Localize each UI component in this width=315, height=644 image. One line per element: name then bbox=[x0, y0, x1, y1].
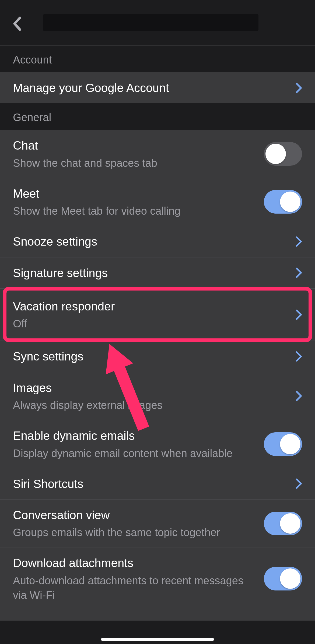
row-title: Download attachments bbox=[13, 555, 253, 571]
chat-row[interactable]: Chat Show the chat and spaces tab bbox=[0, 130, 315, 178]
chevron-right-icon bbox=[296, 478, 302, 489]
siri-shortcuts-row[interactable]: Siri Shortcuts bbox=[0, 468, 315, 499]
download-attachments-row[interactable]: Download attachments Auto-download attac… bbox=[0, 547, 315, 610]
conversation-view-row[interactable]: Conversation view Groups emails with the… bbox=[0, 499, 315, 547]
row-subtitle: Show the Meet tab for video calling bbox=[13, 204, 253, 218]
row-subtitle: Off bbox=[13, 316, 285, 331]
row-title: Conversation view bbox=[13, 507, 253, 523]
meet-toggle[interactable] bbox=[264, 190, 302, 214]
conversation-view-toggle[interactable] bbox=[264, 512, 302, 535]
download-attachments-toggle[interactable] bbox=[264, 567, 302, 590]
dynamic-emails-toggle[interactable] bbox=[264, 432, 302, 456]
chevron-right-icon bbox=[296, 309, 302, 320]
row-subtitle: Always display external images bbox=[13, 398, 285, 412]
row-title: Vacation responder bbox=[13, 298, 285, 314]
row-title: Siri Shortcuts bbox=[13, 476, 285, 492]
chevron-right-icon bbox=[296, 83, 302, 93]
sync-settings-row[interactable]: Sync settings bbox=[0, 341, 315, 372]
header-title-redacted bbox=[43, 14, 258, 31]
row-title: Manage your Google Account bbox=[13, 80, 285, 96]
home-indicator bbox=[101, 638, 214, 641]
snooze-settings-row[interactable]: Snooze settings bbox=[0, 226, 315, 257]
chevron-right-icon bbox=[296, 267, 302, 278]
row-subtitle: Show the chat and spaces tab bbox=[13, 156, 253, 170]
section-header-account: Account bbox=[0, 46, 315, 72]
chevron-left-icon bbox=[11, 16, 24, 31]
row-title: Images bbox=[13, 380, 285, 396]
row-subtitle: Display dynamic email content when avail… bbox=[13, 446, 253, 461]
chevron-right-icon bbox=[296, 236, 302, 247]
row-title: Sync settings bbox=[13, 348, 285, 364]
row-title: Meet bbox=[13, 186, 253, 201]
chat-toggle[interactable] bbox=[264, 142, 302, 166]
section-header-general: General bbox=[0, 103, 315, 130]
cutoff-row bbox=[0, 610, 315, 621]
row-title: Snooze settings bbox=[13, 233, 285, 249]
manage-google-account-row[interactable]: Manage your Google Account bbox=[0, 72, 315, 103]
row-title: Enable dynamic emails bbox=[13, 428, 253, 444]
meet-row[interactable]: Meet Show the Meet tab for video calling bbox=[0, 178, 315, 226]
row-subtitle: Groups emails with the same topic togeth… bbox=[13, 525, 253, 540]
back-button[interactable] bbox=[11, 16, 24, 32]
row-title: Signature settings bbox=[13, 265, 285, 281]
row-title: Chat bbox=[13, 137, 253, 153]
dynamic-emails-row[interactable]: Enable dynamic emails Display dynamic em… bbox=[0, 420, 315, 468]
images-row[interactable]: Images Always display external images bbox=[0, 372, 315, 420]
signature-settings-row[interactable]: Signature settings bbox=[0, 257, 315, 288]
row-subtitle: Auto-download attachments to recent mess… bbox=[13, 573, 253, 602]
vacation-responder-row[interactable]: Vacation responder Off bbox=[0, 288, 315, 341]
chevron-right-icon bbox=[296, 391, 302, 401]
header-bar bbox=[0, 0, 315, 46]
chevron-right-icon bbox=[296, 351, 302, 362]
